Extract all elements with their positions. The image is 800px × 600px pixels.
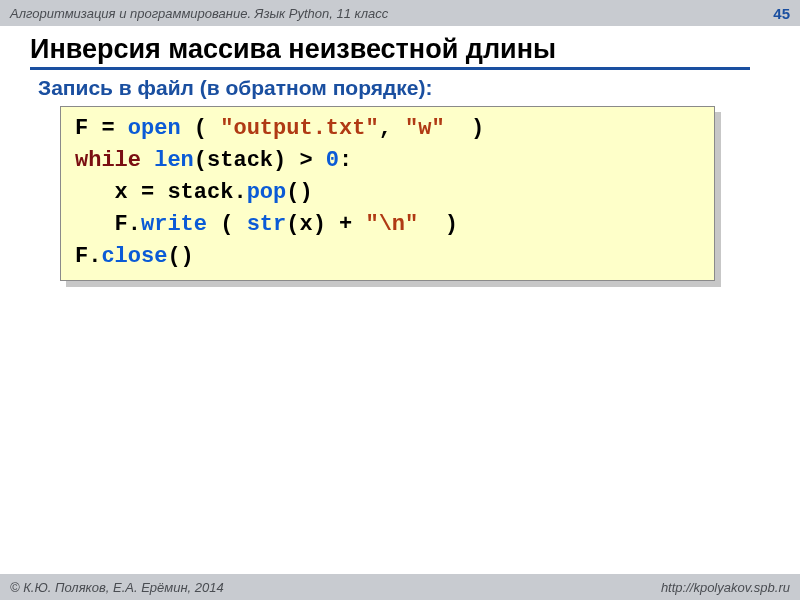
section-subhead: Запись в файл (в обратном порядке): <box>38 76 776 100</box>
page-number: 45 <box>773 5 790 22</box>
course-name: Алгоритмизация и программирование. Язык … <box>10 6 388 21</box>
code-box: F = open ( "output.txt", "w" ) while len… <box>60 106 715 281</box>
code-line-1: F = open ( "output.txt", "w" ) <box>75 116 484 141</box>
code-block: F = open ( "output.txt", "w" ) while len… <box>60 106 715 281</box>
footer-authors: © К.Ю. Поляков, Е.А. Ерёмин, 2014 <box>10 580 224 595</box>
title-underline <box>30 67 750 70</box>
code-line-3: x = stack.pop() <box>75 180 313 205</box>
slide-title: Инверсия массива неизвестной длины <box>30 34 776 65</box>
slide-footer: © К.Ю. Поляков, Е.А. Ерёмин, 2014 http:/… <box>0 574 800 600</box>
code-line-2: while len(stack) > 0: <box>75 148 352 173</box>
code-line-5: F.close() <box>75 244 194 269</box>
slide-header: Алгоритмизация и программирование. Язык … <box>0 0 800 26</box>
code-line-4: F.write ( str(x) + "\n" ) <box>75 212 458 237</box>
slide-content: Инверсия массива неизвестной длины Запис… <box>0 26 800 281</box>
footer-url: http://kpolyakov.spb.ru <box>661 580 790 595</box>
